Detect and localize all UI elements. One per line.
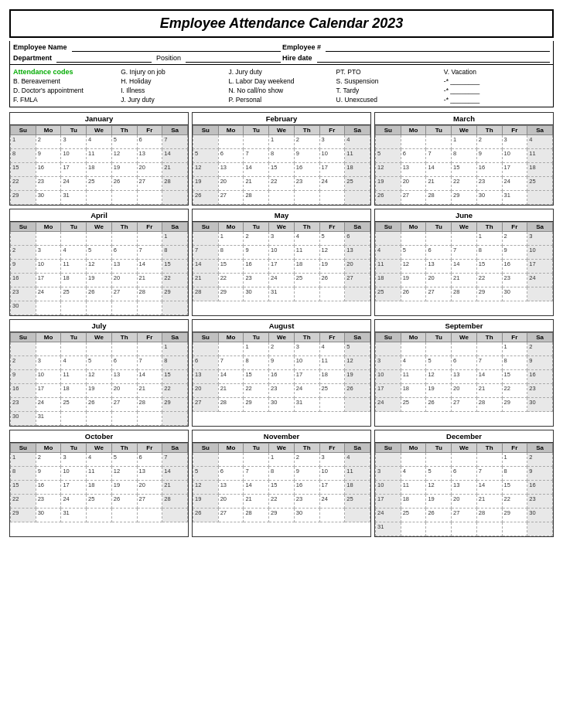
day-header-we: We	[87, 444, 112, 453]
day-header-mo: Mo	[36, 444, 61, 453]
cal-day: 21	[426, 177, 452, 191]
cal-day: 23	[476, 177, 502, 191]
cal-day: 26	[111, 495, 137, 509]
cal-day: 5	[193, 149, 219, 163]
day-header-fr: Fr	[502, 223, 527, 232]
cal-day	[111, 342, 137, 356]
cal-day: 27	[452, 509, 477, 522]
cal-day: 16	[294, 481, 319, 495]
day-header-mo: Mo	[401, 333, 426, 342]
day-header-su: Su	[376, 223, 401, 232]
cal-day: 8	[218, 246, 244, 260]
month-title-march: March	[375, 113, 553, 125]
cal-day: 9	[36, 149, 61, 163]
cal-day: 16	[527, 370, 553, 384]
cal-day: 29	[244, 398, 269, 412]
cal-day: 26	[401, 287, 426, 301]
cal-day: 6	[452, 467, 477, 481]
cal-day: 10	[376, 370, 401, 384]
month-block-february: FebruarySuMoTuWeThFrSa123456789101112131…	[192, 112, 371, 206]
cal-day	[426, 342, 452, 356]
code-j: J. Jury duty	[121, 96, 227, 104]
cal-day: 17	[527, 260, 553, 274]
cal-day: 29	[502, 509, 527, 522]
cal-day: 3	[319, 135, 345, 149]
day-header-sa: Sa	[527, 333, 553, 342]
cal-day: 7	[426, 149, 452, 163]
cal-day: 3	[61, 453, 87, 467]
cal-day	[137, 232, 162, 246]
day-header-su: Su	[193, 333, 219, 342]
cal-day: 10	[319, 149, 345, 163]
cal-day: 8	[476, 246, 502, 260]
cal-day: 21	[218, 384, 244, 398]
cal-day: 11	[319, 356, 345, 370]
cal-day: 26	[193, 509, 219, 522]
cal-day: 17	[319, 163, 345, 177]
cal-day	[162, 412, 188, 426]
day-header-th: Th	[111, 126, 137, 135]
cal-day: 18	[376, 274, 401, 287]
cal-day: 28	[193, 287, 219, 301]
day-header-tu: Tu	[244, 444, 269, 453]
cal-day: 6	[401, 149, 426, 163]
cal-day: 15	[162, 260, 188, 274]
cal-day: 23	[502, 274, 527, 287]
cal-day: 18	[87, 481, 112, 495]
cal-day: 4	[401, 356, 426, 370]
cal-day: 13	[111, 260, 137, 274]
cal-day: 11	[61, 370, 87, 384]
cal-day: 5	[193, 467, 219, 481]
cal-day: 24	[376, 509, 401, 522]
cal-day	[36, 232, 61, 246]
cal-day: 9	[502, 246, 527, 260]
cal-day: 14	[244, 481, 269, 495]
cal-day: 11	[87, 467, 112, 481]
cal-day: 14	[162, 149, 188, 163]
cal-day: 12	[401, 260, 426, 274]
day-header-sa: Sa	[345, 333, 370, 342]
cal-day	[87, 509, 112, 522]
cal-day	[476, 453, 502, 467]
cal-day: 14	[193, 260, 219, 274]
day-header-mo: Mo	[36, 223, 61, 232]
day-header-we: We	[87, 333, 112, 342]
cal-day: 26	[319, 274, 345, 287]
cal-day: 6	[218, 467, 244, 481]
cal-day: 20	[193, 384, 219, 398]
cal-day: 23	[36, 495, 61, 509]
cal-day	[345, 191, 370, 205]
cal-day	[218, 135, 244, 149]
cal-day: 6	[137, 453, 162, 467]
cal-day: 6	[426, 246, 452, 260]
day-header-su: Su	[11, 126, 36, 135]
cal-day	[527, 522, 553, 536]
cal-day: 27	[345, 274, 370, 287]
cal-day: 20	[111, 384, 137, 398]
cal-day: 30	[36, 191, 61, 205]
cal-day: 30	[244, 287, 269, 301]
cal-day: 28	[218, 398, 244, 412]
cal-day: 27	[137, 177, 162, 191]
cal-day: 25	[87, 495, 112, 509]
cal-day: 23	[11, 287, 36, 301]
cal-day: 28	[137, 398, 162, 412]
cal-day: 12	[426, 370, 452, 384]
cal-day: 7	[162, 135, 188, 149]
cal-day	[476, 342, 502, 356]
cal-day: 22	[269, 177, 295, 191]
day-header-tu: Tu	[61, 126, 87, 135]
cal-day: 15	[502, 481, 527, 495]
cal-day: 1	[218, 232, 244, 246]
cal-day: 18	[61, 384, 87, 398]
cal-day: 5	[401, 246, 426, 260]
cal-day: 31	[502, 191, 527, 205]
cal-day: 10	[294, 356, 319, 370]
cal-day: 5	[376, 149, 401, 163]
cal-day: 23	[527, 495, 553, 509]
day-header-we: We	[452, 126, 477, 135]
cal-day: 3	[61, 135, 87, 149]
day-header-th: Th	[111, 444, 137, 453]
cal-day: 23	[36, 177, 61, 191]
cal-day: 17	[502, 163, 527, 177]
